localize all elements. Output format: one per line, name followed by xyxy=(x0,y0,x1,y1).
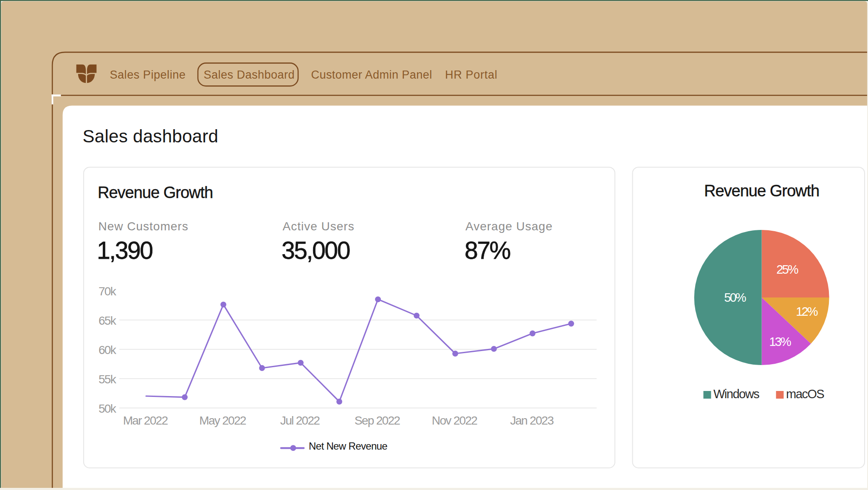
svg-text:70k: 70k xyxy=(99,285,117,298)
svg-text:Jan 2023: Jan 2023 xyxy=(510,414,554,427)
svg-text:65k: 65k xyxy=(99,314,117,327)
svg-text:1,390: 1,390 xyxy=(97,237,152,264)
svg-text:Sep 2022: Sep 2022 xyxy=(355,414,400,427)
svg-text:50k: 50k xyxy=(99,402,117,415)
svg-text:Jul 2022: Jul 2022 xyxy=(280,414,320,427)
svg-text:50%: 50% xyxy=(724,291,746,304)
svg-text:87%: 87% xyxy=(465,237,510,264)
svg-text:Sales dashboard: Sales dashboard xyxy=(83,126,219,146)
svg-text:May 2022: May 2022 xyxy=(199,414,246,427)
svg-text:Net New Revenue: Net New Revenue xyxy=(309,440,387,452)
svg-text:60k: 60k xyxy=(99,343,117,357)
svg-text:macOS: macOS xyxy=(786,387,824,401)
svg-text:Nov 2022: Nov 2022 xyxy=(432,414,477,427)
svg-text:Revenue Growth: Revenue Growth xyxy=(704,182,819,200)
svg-text:New Customers: New Customers xyxy=(99,220,189,233)
svg-text:HR Portal: HR Portal xyxy=(445,68,497,81)
svg-text:Mar 2022: Mar 2022 xyxy=(123,414,168,427)
svg-text:Active Users: Active Users xyxy=(283,220,355,233)
svg-text:55k: 55k xyxy=(99,373,117,386)
svg-text:Sales Pipeline: Sales Pipeline xyxy=(110,68,186,81)
svg-text:12%: 12% xyxy=(796,305,818,318)
svg-text:35,000: 35,000 xyxy=(282,237,350,264)
svg-text:25%: 25% xyxy=(776,263,798,276)
svg-text:Average Usage: Average Usage xyxy=(465,220,553,233)
svg-text:Revenue Growth: Revenue Growth xyxy=(98,184,213,201)
svg-text:13%: 13% xyxy=(769,335,791,348)
svg-text:Sales Dashboard: Sales Dashboard xyxy=(204,68,295,81)
svg-text:Windows: Windows xyxy=(713,387,759,401)
svg-text:Customer Admin Panel: Customer Admin Panel xyxy=(311,68,432,81)
